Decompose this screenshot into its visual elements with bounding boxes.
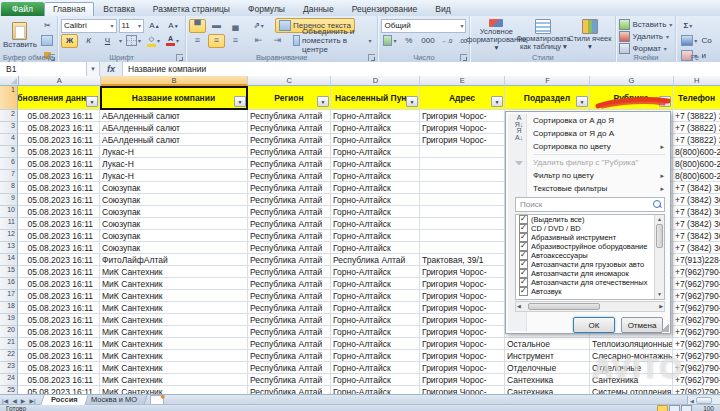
header-cell-8[interactable]: Телефон: [673, 86, 720, 110]
cell[interactable]: Сантехника: [505, 386, 590, 394]
cell[interactable]: Республика Алтай: [248, 170, 331, 182]
row-number-17[interactable]: 17: [0, 290, 18, 302]
header-cell-3[interactable]: Регион▼: [248, 86, 331, 110]
cell[interactable]: ФитоЛайфАлтай: [100, 254, 248, 266]
cell[interactable]: МиК Сантехник: [100, 302, 248, 314]
cell[interactable]: Лукас-Н: [100, 146, 248, 158]
cell[interactable]: Союзупак: [100, 206, 248, 218]
cell[interactable]: 8(800)600-21-: [673, 158, 720, 170]
header-cell-1[interactable]: Дата обновления данных в базе▼: [18, 86, 100, 110]
cell[interactable]: Горно-Алтайск: [331, 290, 420, 302]
cell[interactable]: МиК Сантехник: [100, 338, 248, 350]
cell[interactable]: Республика Алтай: [248, 338, 331, 350]
cell[interactable]: Союзупак: [100, 194, 248, 206]
cell[interactable]: Горно-Алтайск: [331, 134, 420, 146]
ribbon-tab-3[interactable]: Вставка: [94, 2, 144, 16]
cell[interactable]: МиК Сантехник: [100, 374, 248, 386]
row-number-14[interactable]: 14: [0, 254, 18, 266]
column-header-F[interactable]: F: [505, 76, 590, 86]
list-vertical-scrollbar[interactable]: ▲▼: [654, 215, 664, 299]
cell[interactable]: Республика Алтай: [248, 362, 331, 374]
cell[interactable]: Республика Алтай: [248, 134, 331, 146]
align-middle-button[interactable]: ▬: [208, 19, 225, 33]
cell[interactable]: +7 (3842) 366-: [673, 230, 720, 242]
filter-list-item[interactable]: Абразивный инструмент: [516, 233, 664, 242]
row-number-7[interactable]: 7: [0, 170, 18, 182]
autosum-button[interactable]: Σ▾: [679, 19, 696, 33]
column-header-H[interactable]: H: [674, 76, 720, 86]
cell[interactable]: 05.08.2023 16:11: [18, 350, 100, 362]
filter-button-5[interactable]: ▼: [491, 96, 503, 107]
cell[interactable]: 05.08.2023 16:11: [18, 206, 100, 218]
cell[interactable]: 05.08.2023 16:11: [18, 326, 100, 338]
cell[interactable]: МиК Сантехник: [100, 362, 248, 374]
cell[interactable]: +7 (3842) 366-: [673, 194, 720, 206]
cell[interactable]: 05.08.2023 16:11: [18, 122, 100, 134]
cell[interactable]: Григория Чорос-: [420, 338, 505, 350]
italic-button[interactable]: К: [80, 34, 97, 48]
font-size-select[interactable]: 11▾: [119, 19, 145, 33]
cell[interactable]: Горно-Алтайск: [331, 242, 420, 254]
cell[interactable]: +7(962)790-06: [673, 386, 720, 394]
cell[interactable]: МиК Сантехник: [100, 350, 248, 362]
cell[interactable]: Республика Алтай: [248, 350, 331, 362]
cell[interactable]: Республика Алтай: [248, 302, 331, 314]
cell[interactable]: Республика Алтай: [248, 182, 331, 194]
cell[interactable]: Горно-Алтайск: [331, 278, 420, 290]
cell[interactable]: АБАлденный салют: [100, 134, 248, 146]
cell[interactable]: Горно-Алтайск: [331, 146, 420, 158]
increase-decimal-button[interactable]: ←.0: [438, 34, 455, 48]
cell[interactable]: 05.08.2023 16:11: [18, 362, 100, 374]
last-sheet-icon[interactable]: ▶|: [27, 397, 37, 404]
cell[interactable]: +7 (3842) 366-: [673, 206, 720, 218]
cell[interactable]: [420, 182, 505, 194]
cell[interactable]: Республика Алтай: [248, 290, 331, 302]
cell[interactable]: +7(962)790-06: [673, 266, 720, 278]
cell[interactable]: [420, 146, 505, 158]
formula-input[interactable]: Название компании: [123, 62, 720, 76]
cell[interactable]: Горно-Алтайск: [331, 170, 420, 182]
cell[interactable]: Лукас-Н: [100, 158, 248, 170]
row-number-8[interactable]: 8: [0, 182, 18, 194]
page-break-view-icon[interactable]: [681, 405, 692, 411]
cell[interactable]: Сантехника: [590, 374, 673, 386]
cancel-button[interactable]: Отмена: [621, 317, 663, 333]
menu-sort-za[interactable]: ЯА↓Сортировка от Я до А: [509, 127, 667, 140]
column-header-A[interactable]: A: [19, 76, 101, 86]
decrease-indent-button[interactable]: ⇤: [250, 34, 267, 48]
row-number-11[interactable]: 11: [0, 218, 18, 230]
cell[interactable]: Григория Чорос-: [420, 302, 505, 314]
row-number-4[interactable]: 4: [0, 134, 18, 146]
filter-button-3[interactable]: ▼: [317, 96, 329, 107]
cell[interactable]: [420, 230, 505, 242]
cell[interactable]: 05.08.2023 16:11: [18, 278, 100, 290]
cell[interactable]: Горно-Алтайск: [331, 194, 420, 206]
cell[interactable]: Горно-Алтайск: [331, 110, 420, 122]
cell[interactable]: Республика Алтай: [248, 218, 331, 230]
cell[interactable]: Республика Алтай: [248, 230, 331, 242]
header-cell-6[interactable]: Подраздел▼: [505, 86, 590, 110]
font-name-select[interactable]: Calibri▾: [61, 19, 117, 33]
cell[interactable]: Горно-Алтайск: [331, 302, 420, 314]
cell[interactable]: Горно-Алтайск: [331, 326, 420, 338]
cell[interactable]: Григория Чорос-: [420, 386, 505, 394]
cell[interactable]: Системы отопления и: [590, 386, 673, 394]
shrink-font-button[interactable]: А▼: [165, 19, 182, 33]
filter-list-item[interactable]: Автозвук: [516, 287, 664, 296]
cell[interactable]: 05.08.2023 16:11: [18, 170, 100, 182]
cell[interactable]: Республика Алтай: [248, 242, 331, 254]
cell[interactable]: 05.08.2023 16:11: [18, 314, 100, 326]
page-layout-view-icon[interactable]: [669, 405, 680, 411]
cell[interactable]: Горно-Алтайск: [331, 206, 420, 218]
cell[interactable]: Григория Чорос-: [420, 374, 505, 386]
cell[interactable]: МиК Сантехник: [100, 278, 248, 290]
row-number-13[interactable]: 13: [0, 242, 18, 254]
cell[interactable]: 05.08.2023 16:11: [18, 182, 100, 194]
checked-checkbox-icon[interactable]: [519, 287, 528, 296]
cell[interactable]: +7(913)228-95: [673, 254, 720, 266]
row-number-12[interactable]: 12: [0, 230, 18, 242]
cell[interactable]: 05.08.2023 16:11: [18, 290, 100, 302]
menu-sort-az[interactable]: АЯ↓Сортировка от А до Я: [509, 114, 667, 127]
filter-list-item[interactable]: (Выделить все): [516, 215, 664, 224]
align-left-button[interactable]: ≡: [189, 34, 206, 48]
